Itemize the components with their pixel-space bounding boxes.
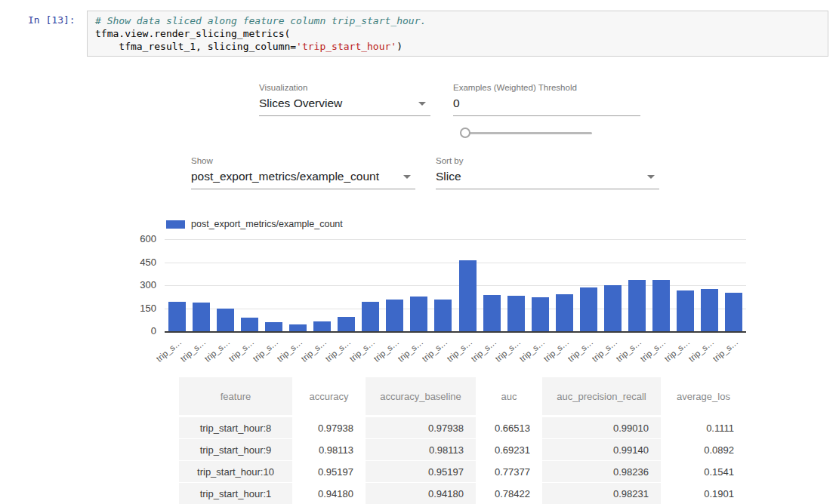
code-cell[interactable]: # Show data sliced along feature column … <box>87 11 828 57</box>
chart-bar[interactable] <box>434 300 452 331</box>
chart-gridline <box>165 239 746 240</box>
show-value[interactable]: post_export_metrics/example_count <box>191 167 415 189</box>
legend-swatch <box>166 220 185 229</box>
table-header-row: featureaccuracyaccuracy_baselineaucauc_p… <box>179 377 735 415</box>
visualization-label: Visualization <box>259 83 430 92</box>
table-row[interactable]: trip_start_hour:100.951970.951970.773770… <box>179 461 735 482</box>
visualization-value[interactable]: Slices Overview <box>259 94 430 116</box>
cell-prompt: In [13]: <box>28 14 76 26</box>
y-axis-tick-label: 0 <box>123 325 156 337</box>
table-cell: 0.94180 <box>366 483 476 504</box>
threshold-field[interactable]: Examples (Weighted) Threshold 0 <box>453 83 640 116</box>
table-row[interactable]: trip_start_hour:90.981130.981130.692310.… <box>179 439 735 460</box>
y-axis-tick-label: 150 <box>123 303 156 314</box>
table-cell: 0.98231 <box>542 483 661 504</box>
chart-bar[interactable] <box>677 290 694 331</box>
column-header: accuracy <box>292 377 366 415</box>
chevron-down-icon[interactable] <box>418 102 426 106</box>
sort-by-dropdown[interactable]: Sort by Slice <box>436 156 659 189</box>
column-header: auc_precision_recall <box>542 377 661 415</box>
chart-bar[interactable] <box>725 293 742 331</box>
table-row[interactable]: trip_start_hour:80.979380.979380.665130.… <box>179 417 735 438</box>
table-cell: 0.98113 <box>292 439 366 460</box>
chart-bar[interactable] <box>701 289 718 331</box>
threshold-input[interactable]: 0 <box>453 94 640 116</box>
chart-bar[interactable] <box>556 294 573 331</box>
table-cell: 0.77377 <box>476 461 542 482</box>
threshold-slider-track[interactable] <box>468 132 592 134</box>
show-dropdown[interactable]: Show post_export_metrics/example_count <box>191 156 415 189</box>
chevron-down-icon[interactable] <box>403 175 411 179</box>
table-cell: 0.95197 <box>366 461 476 482</box>
chart-bar[interactable] <box>362 302 379 331</box>
table-cell: 0.99010 <box>542 417 661 438</box>
threshold-label: Examples (Weighted) Threshold <box>453 83 640 92</box>
table-cell: trip_start_hour:9 <box>179 439 292 460</box>
chart-bar[interactable] <box>580 287 597 331</box>
visualization-dropdown[interactable]: Visualization Slices Overview <box>259 83 430 116</box>
chart-bar[interactable] <box>313 321 331 331</box>
table-cell: trip_start_hour:1 <box>179 483 292 504</box>
column-header: accuracy_baseline <box>366 377 476 415</box>
chart-gridline <box>165 263 746 263</box>
table-cell: 0.69231 <box>476 439 542 460</box>
table-cell: 0.95197 <box>292 461 366 482</box>
chart-bar[interactable] <box>217 309 234 331</box>
chart-bar[interactable] <box>459 260 477 331</box>
table-cell: 0.0892 <box>661 439 735 460</box>
sort-by-value[interactable]: Slice <box>436 167 659 189</box>
code-comment: # Show data sliced along feature column … <box>95 15 426 26</box>
column-header: average_los <box>661 377 735 415</box>
code-string: 'trip_start_hour' <box>296 41 396 52</box>
chart-bar[interactable] <box>289 324 307 331</box>
table-cell: 0.66513 <box>476 417 542 438</box>
table-cell: 0.1541 <box>661 461 735 482</box>
chart-bar[interactable] <box>338 317 355 331</box>
notebook-page: In [13]: # Show data sliced along featur… <box>0 0 839 504</box>
table-cell: 0.97938 <box>292 417 366 438</box>
threshold-slider-handle[interactable] <box>460 128 470 138</box>
chart-bar[interactable] <box>168 302 186 331</box>
table-cell: trip_start_hour:8 <box>179 417 292 438</box>
table-cell: 0.1901 <box>661 483 735 504</box>
table-cell: 0.1111 <box>661 417 735 438</box>
code-line3: tfma_result_1, slicing_column='trip_star… <box>95 41 403 52</box>
table-cell: 0.97938 <box>366 417 476 438</box>
table-row[interactable]: trip_start_hour:10.941800.941800.784220.… <box>179 483 735 504</box>
chart-bar[interactable] <box>628 280 646 331</box>
legend-label: post_export_metrics/example_count <box>191 219 343 229</box>
sort-by-label: Sort by <box>436 156 659 165</box>
column-header: feature <box>179 377 292 415</box>
y-axis-tick-label: 600 <box>123 233 156 244</box>
table-cell: 0.99140 <box>542 439 661 460</box>
chart-axis-baseline <box>165 331 746 333</box>
chart-bar[interactable] <box>265 322 282 331</box>
column-header: auc <box>476 377 542 415</box>
chart-bar[interactable] <box>410 297 427 331</box>
chart-bar[interactable] <box>386 300 403 331</box>
code-line2: tfma.view.render_slicing_metrics( <box>95 28 290 39</box>
y-axis-tick-label: 450 <box>123 257 156 268</box>
chart-bar[interactable] <box>483 295 501 331</box>
table-cell: 0.78422 <box>476 483 542 504</box>
chart-bar[interactable] <box>532 297 549 331</box>
chart-bar[interactable] <box>193 303 210 331</box>
table-cell: 0.98113 <box>366 439 476 460</box>
table-cell: 0.94180 <box>292 483 366 504</box>
table-cell: trip_start_hour:10 <box>179 461 292 482</box>
chart-bar[interactable] <box>604 285 622 331</box>
chart-bar[interactable] <box>241 318 258 331</box>
chart-bar[interactable] <box>652 280 670 331</box>
metrics-table: featureaccuracyaccuracy_baselineaucauc_p… <box>179 377 735 504</box>
show-label: Show <box>191 156 415 165</box>
chart-legend: post_export_metrics/example_count <box>166 219 343 229</box>
chevron-down-icon[interactable] <box>647 175 655 179</box>
chart-bar[interactable] <box>507 296 525 331</box>
table-cell: 0.98236 <box>542 461 661 482</box>
y-axis-tick-label: 300 <box>123 279 156 290</box>
